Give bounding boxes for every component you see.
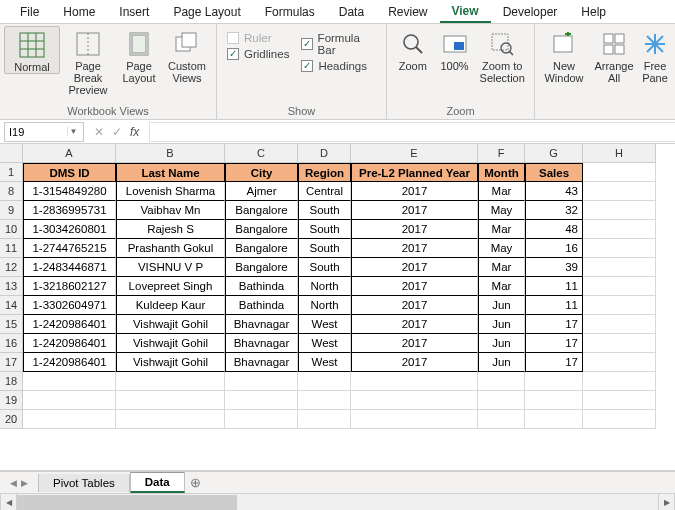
tab-view[interactable]: View: [440, 0, 491, 23]
cell[interactable]: Jun: [478, 296, 525, 315]
table-header[interactable]: Last Name: [116, 163, 225, 182]
cell[interactable]: [351, 391, 478, 410]
cell[interactable]: [583, 372, 656, 391]
cell[interactable]: South: [298, 258, 351, 277]
cell[interactable]: [23, 372, 116, 391]
cell[interactable]: 2017: [351, 220, 478, 239]
tab-pagelayout[interactable]: Page Layout: [161, 1, 252, 22]
gridlines-checkbox[interactable]: Gridlines: [227, 48, 289, 60]
fx-icon[interactable]: fx: [130, 125, 139, 139]
row-header[interactable]: 16: [0, 334, 23, 353]
cell[interactable]: Bangalore: [225, 239, 298, 258]
headings-checkbox[interactable]: Headings: [301, 60, 376, 72]
table-header[interactable]: Sales: [525, 163, 583, 182]
cell[interactable]: [225, 372, 298, 391]
table-header[interactable]: Pre-L2 Planned Year: [351, 163, 478, 182]
cell[interactable]: Vishwajit Gohil: [116, 353, 225, 372]
cell[interactable]: 1-2420986401: [23, 353, 116, 372]
row-header[interactable]: 13: [0, 277, 23, 296]
cell[interactable]: [583, 182, 656, 201]
row-header[interactable]: 17: [0, 353, 23, 372]
nav-prev-icon[interactable]: ◀: [10, 478, 17, 488]
cell[interactable]: 43: [525, 182, 583, 201]
cell[interactable]: VISHNU V P: [116, 258, 225, 277]
cell[interactable]: [478, 372, 525, 391]
cell[interactable]: [478, 391, 525, 410]
tab-review[interactable]: Review: [376, 1, 439, 22]
row-header[interactable]: 8: [0, 182, 23, 201]
cell[interactable]: [583, 258, 656, 277]
row-header[interactable]: 1: [0, 163, 23, 182]
cell[interactable]: 1-2836995731: [23, 201, 116, 220]
cell[interactable]: [351, 410, 478, 429]
cell[interactable]: [298, 410, 351, 429]
cell[interactable]: May: [478, 239, 525, 258]
cell[interactable]: [298, 391, 351, 410]
cell[interactable]: 16: [525, 239, 583, 258]
cell[interactable]: [525, 372, 583, 391]
cell[interactable]: [298, 372, 351, 391]
row-header[interactable]: 12: [0, 258, 23, 277]
cell[interactable]: 1-3154849280: [23, 182, 116, 201]
row-header[interactable]: 18: [0, 372, 23, 391]
cell[interactable]: Bhavnagar: [225, 353, 298, 372]
cell[interactable]: [583, 334, 656, 353]
cell[interactable]: Central: [298, 182, 351, 201]
cell[interactable]: Bangalore: [225, 220, 298, 239]
zoom-button[interactable]: Zoom: [391, 26, 435, 72]
cell[interactable]: 2017: [351, 277, 478, 296]
freeze-panes-button[interactable]: Free Pane: [639, 26, 671, 84]
cell[interactable]: 2017: [351, 334, 478, 353]
cell[interactable]: [583, 220, 656, 239]
cell[interactable]: [116, 372, 225, 391]
cell[interactable]: 2017: [351, 315, 478, 334]
cell[interactable]: 2017: [351, 258, 478, 277]
cell[interactable]: Mar: [478, 258, 525, 277]
cell[interactable]: 17: [525, 315, 583, 334]
cell[interactable]: 39: [525, 258, 583, 277]
cell[interactable]: 1-2744765215: [23, 239, 116, 258]
cell[interactable]: Bangalore: [225, 201, 298, 220]
nav-next-icon[interactable]: ▶: [21, 478, 28, 488]
table-header[interactable]: DMS ID: [23, 163, 116, 182]
cell[interactable]: 2017: [351, 182, 478, 201]
cell[interactable]: 11: [525, 296, 583, 315]
table-header[interactable]: Region: [298, 163, 351, 182]
cell[interactable]: Jun: [478, 315, 525, 334]
row-header[interactable]: 15: [0, 315, 23, 334]
normal-view-button[interactable]: Normal: [4, 26, 60, 74]
column-header[interactable]: B: [116, 144, 225, 163]
tab-developer[interactable]: Developer: [491, 1, 570, 22]
cell[interactable]: [583, 239, 656, 258]
cell[interactable]: Ajmer: [225, 182, 298, 201]
cell[interactable]: Kuldeep Kaur: [116, 296, 225, 315]
cell[interactable]: 1-2420986401: [23, 334, 116, 353]
cell[interactable]: Jun: [478, 353, 525, 372]
customviews-button[interactable]: Custom Views: [162, 26, 212, 84]
cell[interactable]: West: [298, 315, 351, 334]
tab-help[interactable]: Help: [569, 1, 618, 22]
formula-input[interactable]: [149, 122, 675, 142]
cell[interactable]: [23, 391, 116, 410]
cell[interactable]: [116, 410, 225, 429]
worksheet-grid[interactable]: ABCDEFGH 1891011121314151617181920 DMS I…: [0, 144, 675, 471]
cell[interactable]: [23, 410, 116, 429]
cell[interactable]: 1-3218602127: [23, 277, 116, 296]
cell[interactable]: 17: [525, 353, 583, 372]
cell[interactable]: 32: [525, 201, 583, 220]
horizontal-scrollbar[interactable]: ◀ ▶: [0, 493, 675, 510]
cell[interactable]: 1-3034260801: [23, 220, 116, 239]
cell[interactable]: North: [298, 277, 351, 296]
cell[interactable]: [583, 163, 656, 182]
cell[interactable]: May: [478, 201, 525, 220]
cell[interactable]: [583, 201, 656, 220]
cell[interactable]: Bathinda: [225, 277, 298, 296]
cell[interactable]: [351, 372, 478, 391]
cell[interactable]: [583, 315, 656, 334]
column-header[interactable]: E: [351, 144, 478, 163]
cell[interactable]: 11: [525, 277, 583, 296]
zoom-selection-button[interactable]: Zoom to Selection: [474, 26, 530, 84]
cell[interactable]: 2017: [351, 296, 478, 315]
cell[interactable]: Bhavnagar: [225, 315, 298, 334]
row-header[interactable]: 19: [0, 391, 23, 410]
